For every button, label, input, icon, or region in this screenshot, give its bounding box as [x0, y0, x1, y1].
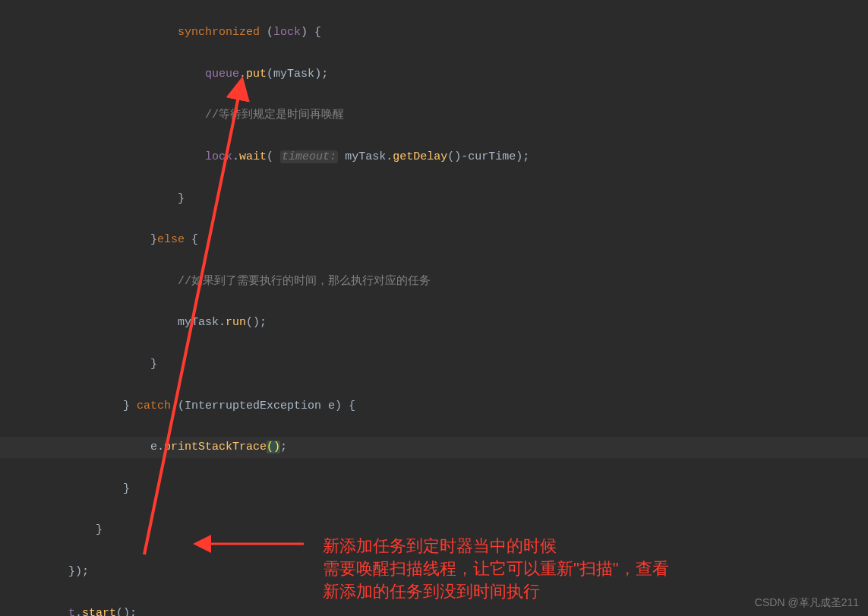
code-line: queue.put(myTask);: [0, 64, 868, 84]
code-line: //如果到了需要执行的时间，那么执行对应的任务: [0, 271, 868, 292]
inline-hint: timeout:: [280, 150, 338, 163]
code-line: }else {: [0, 229, 868, 250]
code-line: } catch (InterruptedException e) {: [0, 396, 868, 416]
annotation-text: 新添加任务到定时器当中的时候 需要唤醒扫描线程，让它可以重新"扫描"，查看 新添…: [323, 512, 669, 603]
code-line: }: [0, 354, 868, 374]
annotation-line: 新添加任务到定时器当中的时候: [323, 536, 557, 555]
code-line: t.start();: [0, 603, 868, 616]
annotation-line: 新添加的任务到没到时间执行: [323, 582, 540, 601]
paren-highlight: (): [267, 441, 280, 453]
watermark: CSDN @革凡成圣211: [755, 596, 859, 610]
code-line-highlighted: e.printStackTrace();: [0, 437, 868, 457]
code-line: lock.wait( timeout: myTask.getDelay()-cu…: [0, 147, 868, 167]
code-line: myTask.run();: [0, 312, 868, 333]
code-line: }: [0, 479, 868, 499]
code-line: //等待到规定是时间再唤醒: [0, 105, 868, 125]
code-line: synchronized (lock) {: [0, 22, 868, 43]
code-line: }: [0, 188, 868, 209]
annotation-line: 需要唤醒扫描线程，让它可以重新"扫描"，查看: [323, 559, 669, 578]
